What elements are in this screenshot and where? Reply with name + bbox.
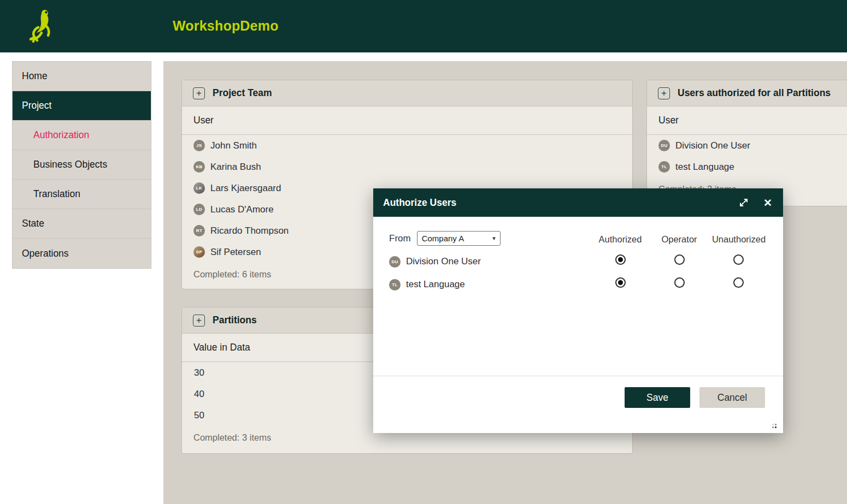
radio-authorized[interactable] [615, 254, 626, 265]
sidebar: Home Project Authorization Business Obje… [12, 61, 151, 269]
expand-panel-icon[interactable] [658, 87, 670, 99]
user-name: Sif Petersen [210, 247, 261, 258]
user-row[interactable]: TL test Language [647, 156, 847, 177]
avatar: LK [193, 182, 205, 194]
sidebar-item-operations[interactable]: Operations [13, 239, 151, 268]
avatar: SP [193, 246, 205, 258]
expand-panel-icon[interactable] [193, 87, 205, 99]
user-name: test Language [675, 162, 734, 173]
radio-operator[interactable] [674, 277, 685, 288]
user-name: Division One User [675, 140, 750, 151]
sidebar-item-state[interactable]: State [13, 209, 151, 239]
dialog-title: Authorize Users [383, 197, 456, 209]
user-name: Division One User [406, 256, 481, 267]
dialog-header: Authorize Users ✕ [373, 188, 783, 217]
resize-handle[interactable] [775, 426, 777, 428]
panel-title: Project Team [213, 87, 272, 99]
sidebar-item-translation[interactable]: Translation [13, 180, 151, 209]
authorize-user-row: DU Division One User [389, 254, 481, 269]
from-label: From [389, 233, 411, 244]
avatar: DU [389, 256, 401, 268]
user-name: Karina Bush [210, 162, 261, 173]
avatar: LD [193, 204, 205, 215]
user-name: test Language [406, 279, 465, 290]
from-filter-row: From Company A ▾ [389, 231, 501, 246]
user-row[interactable]: KB Karina Bush [182, 156, 632, 177]
avatar: TL [389, 279, 401, 290]
radio-authorized[interactable] [615, 277, 626, 288]
expand-panel-icon[interactable] [193, 315, 205, 327]
frog-logo-icon [26, 9, 55, 44]
user-name: Ricardo Thompson [210, 226, 289, 236]
avatar: KB [193, 161, 205, 173]
company-select-value: Company A [422, 234, 464, 243]
save-button[interactable]: Save [625, 387, 690, 408]
user-name: Lucas D'Amore [210, 204, 274, 215]
maximize-icon[interactable] [738, 197, 749, 208]
panel-title: Users authorized for all Partitions [678, 87, 831, 99]
avatar: TL [658, 161, 670, 173]
sidebar-item-home[interactable]: Home [13, 62, 151, 91]
user-column-header: User [182, 106, 632, 135]
avatar: JS [193, 140, 205, 151]
radio-unauthorized[interactable] [733, 277, 744, 288]
sidebar-item-project[interactable]: Project [13, 91, 151, 121]
authorized-users-header: Users authorized for all Partitions [647, 80, 847, 106]
panel-title: Partitions [213, 315, 257, 326]
user-row[interactable]: JS John Smith [182, 135, 632, 156]
screen: WorkshopDemo Home Project Authorization … [0, 0, 847, 504]
close-icon[interactable]: ✕ [762, 197, 773, 208]
avatar: RT [193, 225, 205, 236]
column-header-authorized: Authorized [587, 234, 653, 245]
user-row[interactable]: DU Division One User [647, 135, 847, 156]
divider [373, 376, 783, 376]
radio-operator[interactable] [674, 254, 685, 265]
top-bar: WorkshopDemo [0, 0, 847, 52]
avatar: DU [658, 140, 670, 151]
sidebar-item-authorization[interactable]: Authorization [13, 121, 151, 150]
column-header-unauthorized: Unauthorized [706, 234, 772, 245]
user-column-header: User [647, 106, 847, 135]
authorize-user-row: TL test Language [389, 277, 465, 292]
authorize-users-dialog: Authorize Users ✕ From Company A ▾ Autho… [373, 188, 783, 433]
project-team-header: Project Team [182, 80, 632, 106]
user-name: Lars Kjaersgaard [210, 183, 281, 194]
cancel-button[interactable]: Cancel [699, 387, 765, 408]
authorized-users-panel: Users authorized for all Partitions User… [646, 80, 847, 206]
user-name: John Smith [210, 140, 257, 151]
sidebar-item-business-objects[interactable]: Business Objects [13, 150, 151, 180]
column-header-operator: Operator [649, 234, 709, 245]
app-title: WorkshopDemo [173, 18, 279, 34]
company-select[interactable]: Company A ▾ [417, 231, 501, 246]
radio-unauthorized[interactable] [733, 254, 744, 265]
chevron-down-icon: ▾ [492, 235, 496, 242]
